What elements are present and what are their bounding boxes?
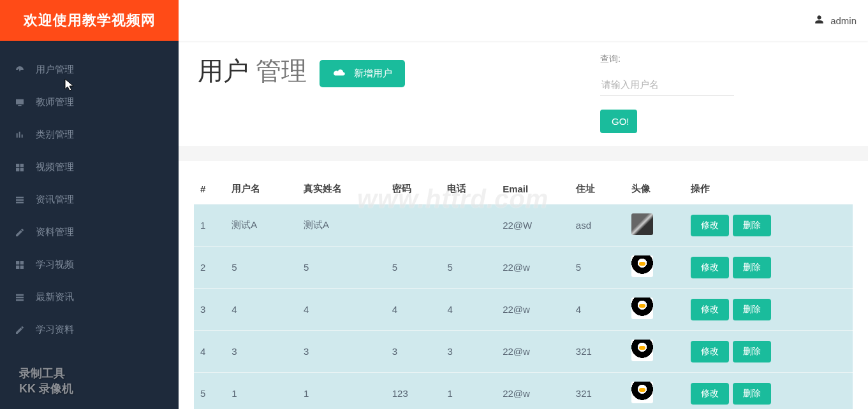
table-row: 4333322@w321修改删除 [194, 331, 853, 373]
cell-avatar [625, 373, 685, 410]
avatar-penguin-icon [631, 382, 653, 403]
cell-avatar [625, 289, 685, 331]
page-title: 用户 管理 [198, 54, 307, 89]
cell-index: 4 [194, 331, 225, 373]
search-input[interactable] [600, 74, 734, 96]
delete-button[interactable]: 删除 [733, 257, 771, 278]
username-label: admin [830, 15, 857, 26]
cell-actions: 修改删除 [684, 289, 853, 331]
delete-button[interactable]: 删除 [733, 215, 771, 236]
sidebar-item-study-video[interactable]: 学习视频 [0, 248, 179, 281]
cell-actions: 修改删除 [684, 331, 853, 373]
sidebar-item-label: 资料管理 [36, 226, 74, 238]
cell-realname: 3 [297, 331, 386, 373]
sidebar-item-categories[interactable]: 类别管理 [0, 118, 179, 151]
cell-password: 5 [386, 247, 441, 289]
grid2-icon [14, 259, 26, 271]
sidebar-item-teachers[interactable]: 教师管理 [0, 86, 179, 118]
cell-email: 22@w [496, 289, 570, 331]
cell-phone: 5 [441, 247, 496, 289]
main: 用户 管理 新增用户 查询: GO! # 用户名 真实姓名 密码 电话 Emai… [179, 41, 868, 409]
col-address: 住址 [570, 174, 625, 204]
col-password: 密码 [386, 174, 441, 204]
cell-avatar [625, 247, 685, 289]
delete-button[interactable]: 删除 [733, 383, 771, 405]
cell-realname: 1 [297, 373, 386, 410]
sidebar-item-news[interactable]: 资讯管理 [0, 183, 179, 216]
cell-email: 22@w [496, 247, 570, 289]
cell-username: 4 [225, 289, 297, 331]
edit-button[interactable]: 修改 [691, 383, 729, 405]
search-go-button[interactable]: GO! [600, 110, 637, 133]
cell-address: 4 [570, 289, 625, 331]
sidebar-item-label: 用户管理 [36, 64, 74, 76]
sidebar-item-latest-news[interactable]: 最新资讯 [0, 281, 179, 313]
avatar-penguin-icon [631, 340, 653, 361]
col-actions: 操作 [684, 174, 853, 204]
cell-index: 1 [194, 204, 225, 247]
sidebar-item-label: 类别管理 [36, 129, 74, 141]
table-header-row: # 用户名 真实姓名 密码 电话 Email 住址 头像 操作 [194, 174, 853, 204]
search-block: 查询: GO! [600, 54, 734, 133]
delete-button[interactable]: 删除 [733, 299, 771, 320]
table-row: 3444422@w4修改删除 [194, 289, 853, 331]
cell-phone: 1 [441, 373, 496, 410]
cell-email: 22@w [496, 331, 570, 373]
cell-avatar [625, 204, 685, 247]
sidebar-item-study-materials[interactable]: 学习资料 [0, 313, 179, 346]
edit2-icon [14, 324, 26, 336]
add-user-label: 新增用户 [354, 68, 392, 80]
sidebar: 用户管理 教师管理 类别管理 视频管理 资讯管理 资料管理 学习视频 最新资讯 … [0, 41, 179, 409]
cell-realname: 测试A [297, 204, 386, 247]
col-realname: 真实姓名 [297, 174, 386, 204]
cell-index: 5 [194, 373, 225, 410]
sidebar-watermark: 录制工具 KK 录像机 [19, 366, 73, 396]
col-username: 用户名 [225, 174, 297, 204]
sidebar-item-label: 最新资讯 [36, 291, 74, 303]
sidebar-item-label: 视频管理 [36, 161, 74, 173]
brand-title: 欢迎使用教学视频网 [0, 0, 179, 41]
col-index: # [194, 174, 225, 204]
sidebar-item-videos[interactable]: 视频管理 [0, 151, 179, 183]
grid-icon [14, 162, 26, 173]
edit-button[interactable]: 修改 [691, 341, 729, 362]
cell-avatar [625, 331, 685, 373]
table-row: 1测试A测试A22@Wasd修改删除 [194, 204, 853, 247]
avatar-penguin-icon [631, 255, 653, 277]
edit-button[interactable]: 修改 [691, 299, 729, 320]
cell-address: 321 [570, 373, 625, 410]
cell-username: 1 [225, 373, 297, 410]
delete-button[interactable]: 删除 [733, 341, 771, 362]
cell-phone: 3 [441, 331, 496, 373]
edit-button[interactable]: 修改 [691, 215, 729, 236]
sidebar-item-label: 资讯管理 [36, 194, 74, 206]
sidebar-item-materials[interactable]: 资料管理 [0, 216, 179, 248]
cell-address: 5 [570, 247, 625, 289]
edit-button[interactable]: 修改 [691, 257, 729, 278]
cloud-icon [332, 68, 346, 79]
cell-username: 测试A [225, 204, 297, 247]
cell-username: 5 [225, 247, 297, 289]
col-email: Email [496, 174, 570, 204]
cell-realname: 4 [297, 289, 386, 331]
col-phone: 电话 [441, 174, 496, 204]
cell-password: 123 [386, 373, 441, 410]
sidebar-item-label: 学习资料 [36, 324, 74, 336]
search-label: 查询: [600, 54, 734, 65]
add-user-button[interactable]: 新增用户 [320, 60, 405, 87]
cell-realname: 5 [297, 247, 386, 289]
cell-actions: 修改删除 [684, 247, 853, 289]
chart-icon [14, 129, 26, 141]
sidebar-item-label: 教师管理 [36, 96, 74, 108]
cell-password: 3 [386, 331, 441, 373]
user-icon [814, 15, 824, 26]
cell-password [386, 204, 441, 247]
table-icon [14, 194, 26, 206]
cell-phone [441, 204, 496, 247]
cell-address: asd [570, 204, 625, 247]
sidebar-item-label: 学习视频 [36, 259, 74, 271]
sidebar-item-users[interactable]: 用户管理 [0, 54, 179, 86]
table-card: # 用户名 真实姓名 密码 电话 Email 住址 头像 操作 1测试A测试A2… [179, 161, 868, 409]
header-user[interactable]: admin [814, 15, 857, 26]
cell-actions: 修改删除 [684, 373, 853, 410]
